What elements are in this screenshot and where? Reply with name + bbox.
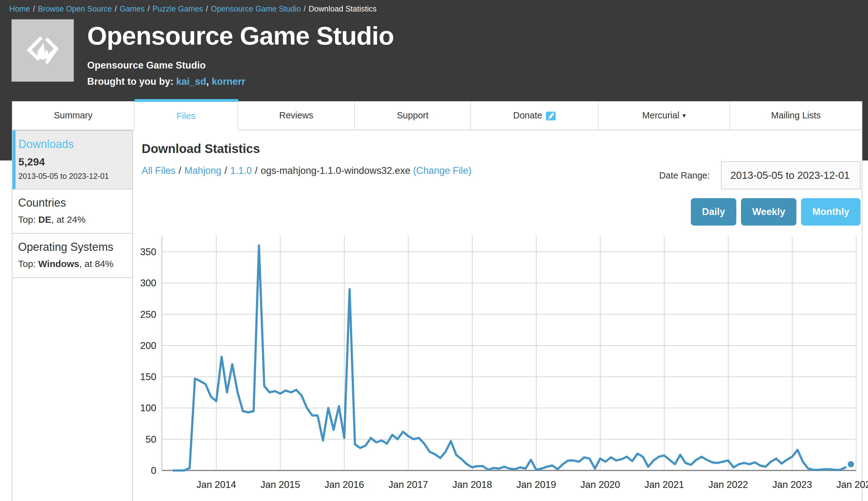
change-file-link[interactable]: (Change File) (413, 165, 472, 176)
os-top-value: Windows (38, 259, 79, 269)
breadcrumb-separator: / (114, 4, 117, 13)
downloads-date-range: 2013-05-05 to 2023-12-01 (18, 172, 128, 181)
daily-button[interactable]: Daily (691, 198, 736, 226)
external-edit-icon (546, 110, 556, 121)
downloads-total: 5,294 (18, 156, 128, 168)
file-breadcrumb-version[interactable]: 1.1.0 (230, 165, 252, 176)
chart-controls: Date Range: Daily Weekly Monthly (659, 161, 860, 226)
comma: , (206, 76, 209, 87)
main-panel: Download Statistics All Files/Mahjong/1.… (133, 130, 862, 501)
download-statistics-page: Home/Browse Open Source/Games/Puzzle Gam… (0, 0, 868, 501)
file-breadcrumb-file-name: ogs-mahjong-1.1.0-windows32.exe (261, 165, 410, 176)
breadcrumb: Home/Browse Open Source/Games/Puzzle Gam… (9, 4, 376, 13)
sidebar-os-title: Operating Systems (18, 241, 128, 254)
file-breadcrumb-separator: / (224, 165, 227, 176)
weekly-button[interactable]: Weekly (741, 198, 796, 226)
file-breadcrumb-separator: / (255, 165, 258, 176)
project-logo (12, 19, 74, 82)
tab-mercurial-label: Mercurial (642, 110, 679, 120)
os-top-stat: Top: Windows, at 84% (18, 259, 128, 269)
sidebar-item-countries[interactable]: Countries Top: DE, at 24% (12, 190, 132, 234)
stats-sidebar: Downloads 5,294 2013-05-05 to 2023-12-01… (12, 130, 133, 501)
flame-diamond-icon (22, 30, 63, 71)
content-row: Downloads 5,294 2013-05-05 to 2023-12-01… (12, 130, 862, 501)
project-header: Opensource Game Studio Opensource Game S… (12, 19, 394, 87)
date-range-input[interactable] (721, 161, 860, 190)
file-breadcrumb-all-files[interactable]: All Files (142, 165, 176, 176)
tab-donate-label: Donate (513, 110, 542, 120)
maintainer-link-kai-sd[interactable]: kai_sd (176, 76, 206, 87)
countries-top-stat: Top: DE, at 24% (18, 214, 128, 225)
breadcrumb-separator: / (206, 4, 208, 13)
tab-donate[interactable]: Donate (471, 101, 599, 130)
period-buttons: Daily Weekly Monthly (659, 198, 860, 226)
tab-files[interactable]: Files (134, 99, 238, 130)
page-title: Download Statistics (142, 142, 862, 156)
project-title: Opensource Game Studio (87, 21, 394, 51)
sidebar-item-downloads[interactable]: Downloads 5,294 2013-05-05 to 2023-12-01 (12, 130, 132, 190)
breadcrumb-link-home[interactable]: Home (9, 4, 30, 13)
breadcrumb-link-puzzle-games[interactable]: Puzzle Games (153, 4, 203, 13)
project-tab-bar: Summary Files Reviews Support Donate Mer… (12, 101, 862, 130)
breadcrumb-link-games[interactable]: Games (120, 4, 145, 13)
date-range-label: Date Range: (659, 170, 710, 181)
project-subtitle: Opensource Game Studio (87, 60, 394, 71)
file-breadcrumb-separator: / (179, 165, 182, 176)
tab-mercurial[interactable]: Mercurial ▾ (599, 101, 730, 130)
sidebar-countries-title: Countries (18, 196, 128, 209)
caret-down-icon: ▾ (682, 111, 686, 120)
breadcrumb-current: Download Statistics (309, 4, 376, 13)
file-breadcrumb-mahjong[interactable]: Mahjong (184, 165, 221, 176)
content-container: Summary Files Reviews Support Donate Mer… (12, 101, 862, 501)
monthly-button[interactable]: Monthly (801, 198, 860, 226)
breadcrumb-separator: / (304, 4, 306, 13)
tab-summary[interactable]: Summary (12, 101, 134, 130)
breadcrumb-link-project[interactable]: Opensource Game Studio (211, 4, 301, 13)
breadcrumb-separator: / (147, 4, 150, 13)
sidebar-downloads-title: Downloads (18, 138, 128, 151)
date-range-row: Date Range: (659, 161, 860, 190)
brought-label: Brought to you by: (87, 76, 173, 87)
tab-reviews[interactable]: Reviews (238, 101, 355, 130)
maintainer-link-kornerr[interactable]: kornerr (212, 76, 246, 87)
breadcrumb-separator: / (33, 4, 35, 13)
breadcrumb-link-browse[interactable]: Browse Open Source (38, 4, 112, 13)
countries-top-value: DE (38, 214, 51, 225)
sidebar-item-operating-systems[interactable]: Operating Systems Top: Windows, at 84% (12, 234, 132, 278)
tab-support[interactable]: Support (355, 101, 471, 130)
brought-to-you-by: Brought to you by: kai_sd, kornerr (87, 76, 394, 87)
tab-mailing-lists[interactable]: Mailing Lists (730, 101, 862, 130)
